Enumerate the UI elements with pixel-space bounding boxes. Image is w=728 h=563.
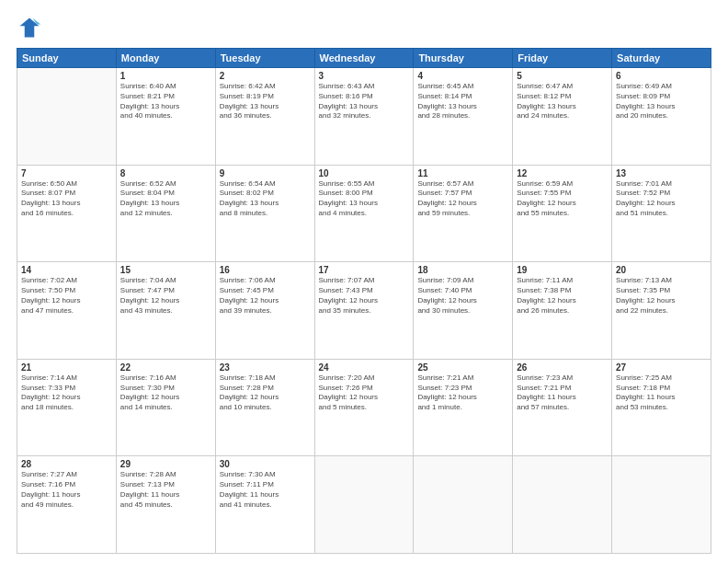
day-info: Sunrise: 7:01 AM Sunset: 7:52 PM Dayligh…	[616, 179, 707, 219]
day-info: Sunrise: 6:45 AM Sunset: 8:14 PM Dayligh…	[417, 82, 508, 121]
day-number: 26	[517, 362, 608, 373]
day-info: Sunrise: 7:30 AM Sunset: 7:11 PM Dayligh…	[220, 470, 311, 510]
weekday-header-tuesday: Tuesday	[215, 49, 314, 68]
day-cell: 9Sunrise: 6:54 AM Sunset: 8:02 PM Daylig…	[215, 165, 314, 262]
day-number: 15	[120, 265, 211, 275]
logo	[17, 15, 46, 40]
day-cell	[513, 456, 612, 554]
day-number: 30	[220, 459, 311, 469]
day-number: 20	[616, 265, 707, 275]
day-cell: 21Sunrise: 7:14 AM Sunset: 7:33 PM Dayli…	[17, 359, 117, 456]
week-row-3: 14Sunrise: 7:02 AM Sunset: 7:50 PM Dayli…	[17, 262, 711, 360]
day-cell: 4Sunrise: 6:45 AM Sunset: 8:14 PM Daylig…	[414, 68, 513, 166]
page: SundayMondayTuesdayWednesdayThursdayFrid…	[0, 0, 728, 563]
day-cell: 7Sunrise: 6:50 AM Sunset: 8:07 PM Daylig…	[17, 165, 117, 262]
day-number: 7	[21, 168, 112, 178]
day-info: Sunrise: 6:59 AM Sunset: 7:55 PM Dayligh…	[517, 179, 608, 219]
day-cell: 13Sunrise: 7:01 AM Sunset: 7:52 PM Dayli…	[612, 165, 711, 262]
day-info: Sunrise: 7:11 AM Sunset: 7:38 PM Dayligh…	[517, 276, 608, 316]
day-info: Sunrise: 7:06 AM Sunset: 7:45 PM Dayligh…	[220, 276, 311, 316]
day-cell: 22Sunrise: 7:16 AM Sunset: 7:30 PM Dayli…	[116, 359, 215, 456]
day-cell: 18Sunrise: 7:09 AM Sunset: 7:40 PM Dayli…	[414, 262, 513, 360]
weekday-header-thursday: Thursday	[414, 49, 513, 68]
calendar-header: SundayMondayTuesdayWednesdayThursdayFrid…	[17, 49, 711, 68]
day-info: Sunrise: 7:07 AM Sunset: 7:43 PM Dayligh…	[319, 276, 410, 316]
day-cell: 26Sunrise: 7:23 AM Sunset: 7:21 PM Dayli…	[513, 359, 612, 456]
day-info: Sunrise: 7:20 AM Sunset: 7:26 PM Dayligh…	[319, 373, 410, 413]
day-info: Sunrise: 6:40 AM Sunset: 8:21 PM Dayligh…	[120, 82, 211, 121]
week-row-5: 28Sunrise: 7:27 AM Sunset: 7:16 PM Dayli…	[17, 456, 711, 554]
day-number: 28	[21, 459, 112, 469]
day-number: 29	[120, 459, 211, 469]
day-info: Sunrise: 7:27 AM Sunset: 7:16 PM Dayligh…	[21, 470, 112, 510]
day-info: Sunrise: 7:21 AM Sunset: 7:23 PM Dayligh…	[417, 373, 508, 413]
day-number: 8	[120, 168, 211, 178]
day-number: 5	[517, 71, 608, 81]
day-cell: 29Sunrise: 7:28 AM Sunset: 7:13 PM Dayli…	[116, 456, 215, 554]
day-cell: 30Sunrise: 7:30 AM Sunset: 7:11 PM Dayli…	[215, 456, 314, 554]
day-info: Sunrise: 7:13 AM Sunset: 7:35 PM Dayligh…	[616, 276, 707, 316]
day-number: 16	[220, 265, 311, 275]
day-number: 12	[517, 168, 608, 178]
week-row-2: 7Sunrise: 6:50 AM Sunset: 8:07 PM Daylig…	[17, 165, 711, 262]
day-cell	[612, 456, 711, 554]
day-info: Sunrise: 6:50 AM Sunset: 8:07 PM Dayligh…	[21, 179, 112, 219]
day-cell: 25Sunrise: 7:21 AM Sunset: 7:23 PM Dayli…	[414, 359, 513, 456]
day-cell	[314, 456, 414, 554]
day-cell: 19Sunrise: 7:11 AM Sunset: 7:38 PM Dayli…	[513, 262, 612, 360]
day-number: 2	[220, 71, 311, 81]
day-cell: 23Sunrise: 7:18 AM Sunset: 7:28 PM Dayli…	[215, 359, 314, 456]
day-cell: 5Sunrise: 6:47 AM Sunset: 8:12 PM Daylig…	[513, 68, 612, 166]
day-cell: 28Sunrise: 7:27 AM Sunset: 7:16 PM Dayli…	[17, 456, 117, 554]
weekday-header-sunday: Sunday	[17, 49, 117, 68]
weekday-header-monday: Monday	[116, 49, 215, 68]
day-number: 23	[220, 362, 311, 373]
day-number: 13	[616, 168, 707, 178]
day-number: 17	[319, 265, 410, 275]
day-cell: 14Sunrise: 7:02 AM Sunset: 7:50 PM Dayli…	[17, 262, 117, 360]
week-row-4: 21Sunrise: 7:14 AM Sunset: 7:33 PM Dayli…	[17, 359, 711, 456]
day-info: Sunrise: 7:18 AM Sunset: 7:28 PM Dayligh…	[220, 373, 311, 413]
day-cell: 16Sunrise: 7:06 AM Sunset: 7:45 PM Dayli…	[215, 262, 314, 360]
day-info: Sunrise: 7:02 AM Sunset: 7:50 PM Dayligh…	[21, 276, 112, 316]
calendar-body: 1Sunrise: 6:40 AM Sunset: 8:21 PM Daylig…	[17, 68, 711, 554]
day-number: 4	[417, 71, 508, 81]
day-number: 27	[616, 362, 707, 373]
day-number: 21	[21, 362, 112, 373]
day-number: 9	[220, 168, 311, 178]
day-number: 14	[21, 265, 112, 275]
day-info: Sunrise: 7:16 AM Sunset: 7:30 PM Dayligh…	[120, 373, 211, 413]
day-number: 10	[319, 168, 410, 178]
day-cell: 24Sunrise: 7:20 AM Sunset: 7:26 PM Dayli…	[314, 359, 414, 456]
day-cell: 2Sunrise: 6:42 AM Sunset: 8:19 PM Daylig…	[215, 68, 314, 166]
day-number: 25	[417, 362, 508, 373]
day-cell	[414, 456, 513, 554]
day-info: Sunrise: 7:25 AM Sunset: 7:18 PM Dayligh…	[616, 373, 707, 413]
day-info: Sunrise: 6:52 AM Sunset: 8:04 PM Dayligh…	[120, 179, 211, 219]
day-cell: 1Sunrise: 6:40 AM Sunset: 8:21 PM Daylig…	[116, 68, 215, 166]
day-cell: 10Sunrise: 6:55 AM Sunset: 8:00 PM Dayli…	[314, 165, 414, 262]
day-number: 11	[417, 168, 508, 178]
day-number: 6	[616, 71, 707, 81]
day-info: Sunrise: 7:09 AM Sunset: 7:40 PM Dayligh…	[417, 276, 508, 316]
day-info: Sunrise: 6:47 AM Sunset: 8:12 PM Dayligh…	[517, 82, 608, 121]
day-info: Sunrise: 7:04 AM Sunset: 7:47 PM Dayligh…	[120, 276, 211, 316]
day-number: 1	[120, 71, 211, 81]
day-cell: 27Sunrise: 7:25 AM Sunset: 7:18 PM Dayli…	[612, 359, 711, 456]
day-cell: 8Sunrise: 6:52 AM Sunset: 8:04 PM Daylig…	[116, 165, 215, 262]
day-cell: 15Sunrise: 7:04 AM Sunset: 7:47 PM Dayli…	[116, 262, 215, 360]
weekday-header-friday: Friday	[513, 49, 612, 68]
day-number: 24	[319, 362, 410, 373]
day-number: 18	[417, 265, 508, 275]
day-info: Sunrise: 6:57 AM Sunset: 7:57 PM Dayligh…	[417, 179, 508, 219]
day-number: 3	[319, 71, 410, 81]
header	[17, 15, 711, 40]
day-info: Sunrise: 6:42 AM Sunset: 8:19 PM Dayligh…	[220, 82, 311, 121]
weekday-header-saturday: Saturday	[612, 49, 711, 68]
day-info: Sunrise: 6:54 AM Sunset: 8:02 PM Dayligh…	[220, 179, 311, 219]
day-info: Sunrise: 7:28 AM Sunset: 7:13 PM Dayligh…	[120, 470, 211, 510]
weekday-header-wednesday: Wednesday	[314, 49, 414, 68]
day-info: Sunrise: 6:43 AM Sunset: 8:16 PM Dayligh…	[319, 82, 410, 121]
weekday-row: SundayMondayTuesdayWednesdayThursdayFrid…	[17, 49, 711, 68]
day-info: Sunrise: 6:49 AM Sunset: 8:09 PM Dayligh…	[616, 82, 707, 121]
